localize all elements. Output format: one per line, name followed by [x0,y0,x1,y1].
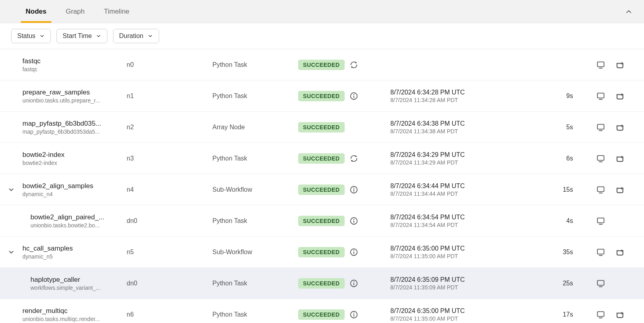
table-row[interactable]: bowtie2-indexbowtie2-indexn3Python TaskS… [0,143,644,174]
time-utc: 8/7/2024 6:34:29 PM UTC [390,151,469,158]
node-id: n4 [127,186,212,193]
rerun-button[interactable] [615,91,625,101]
monitor-icon [596,154,606,163]
status-cell: SUCCEEDED [298,153,390,164]
status-badge: SUCCEEDED [298,91,345,101]
filters-bar: StatusStart TimeDuration [0,23,644,49]
table-row[interactable]: render_multiqcunionbio.tasks.multiqc.ren… [0,299,644,323]
node-name: prepare_raw_samples [22,88,127,96]
filter-label: Start Time [63,32,92,40]
node-subname: fastqc [22,66,127,72]
expand-toggle[interactable] [6,247,16,257]
actions-cell [581,153,644,164]
table-row[interactable]: hc_call_samplesdynamic_n5n5Sub-WorkflowS… [0,237,644,268]
duration: 35s [537,249,581,256]
node-id: n6 [127,311,212,318]
table-row[interactable]: map_pyfastp_6b3bd035...map_pyfastp_6b3bd… [0,112,644,143]
collapse-panel-button[interactable] [622,4,636,19]
rerun-button[interactable] [615,60,625,70]
rerun-icon [615,248,625,257]
logs-button[interactable] [596,309,606,320]
info-icon[interactable] [349,279,358,288]
logs-button[interactable] [596,216,606,226]
monitor-icon [596,60,606,69]
filter-label: Status [17,32,35,40]
actions-cell [581,309,644,320]
tab-nodes[interactable]: Nodes [16,0,56,23]
monitor-icon [596,279,606,288]
chevron-down-icon [8,249,15,256]
status-cell: SUCCEEDED [298,216,390,226]
actions-cell [581,278,644,289]
info-icon[interactable] [349,217,358,225]
refresh-icon[interactable] [349,154,358,163]
tab-graph[interactable]: Graph [56,0,94,23]
node-id: dn0 [127,217,212,225]
header-bar: NodesGraphTimeline [0,0,644,23]
expand-toggle[interactable] [6,185,16,195]
logs-button[interactable] [596,60,606,70]
rerun-icon [615,123,625,132]
status-badge: SUCCEEDED [298,247,345,257]
table-row[interactable]: fastqcfastqcn0Python TaskSUCCEEDED [0,49,644,80]
info-icon[interactable] [349,310,358,319]
duration: 5s [537,124,581,131]
node-name: haplotype_caller [30,276,127,284]
logs-button[interactable] [596,278,606,289]
node-subname: unionbio.tasks.bowtie2.bo... [30,222,127,229]
node-type: Sub-Workflow [212,186,298,193]
status-badge: SUCCEEDED [298,153,345,164]
time-local: 8/7/2024 11:34:29 AM PDT [390,159,469,166]
node-name: fastqc [22,57,127,65]
actions-cell [581,122,644,132]
info-icon[interactable] [349,185,358,194]
filter-start-time[interactable]: Start Time [57,29,107,43]
node-type: Python Task [212,217,298,225]
logs-button[interactable] [596,185,606,195]
node-name: bowtie2_align_paired_... [30,213,127,221]
info-icon[interactable] [349,92,358,100]
node-type: Array Node [212,124,298,131]
duration: 25s [537,280,581,287]
logs-button[interactable] [596,122,606,132]
rerun-button[interactable] [615,247,625,257]
chevron-down-icon [96,33,101,39]
rerun-button[interactable] [615,185,625,195]
table-row[interactable]: bowtie2_align_paired_...unionbio.tasks.b… [0,205,644,237]
actions-cell [581,185,644,195]
name-cell: bowtie2_align_samplesdynamic_n4 [22,182,127,197]
node-type: Python Task [212,280,298,287]
tab-timeline[interactable]: Timeline [94,0,139,23]
node-id: n3 [127,155,212,162]
tabs: NodesGraphTimeline [0,0,139,23]
time-cell: 8/7/2024 6:35:00 PM UTC8/7/2024 11:35:00… [390,245,469,259]
rerun-button[interactable] [615,122,625,132]
logs-button[interactable] [596,247,606,257]
time-local: 8/7/2024 11:34:38 AM PDT [390,128,469,134]
logs-button[interactable] [596,91,606,101]
node-id: n2 [127,124,212,131]
table-row[interactable]: bowtie2_align_samplesdynamic_n4n4Sub-Wor… [0,174,644,205]
table-row[interactable]: prepare_raw_samplesunionbio.tasks.utils.… [0,80,644,112]
name-cell: bowtie2-indexbowtie2-index [22,151,127,166]
status-cell: SUCCEEDED [298,278,390,289]
table-row[interactable]: haplotype_callerworkflows.simple_variant… [0,268,644,299]
time-cell: 8/7/2024 6:34:54 PM UTC8/7/2024 11:34:54… [390,214,469,228]
status-badge: SUCCEEDED [298,278,345,289]
filter-status[interactable]: Status [11,29,51,43]
duration: 17s [537,311,581,318]
info-icon[interactable] [349,248,358,257]
logs-button[interactable] [596,153,606,164]
expand-cell [0,185,22,195]
rerun-button[interactable] [615,153,625,164]
rerun-button[interactable] [615,309,625,320]
name-cell: bowtie2_align_paired_...unionbio.tasks.b… [22,213,127,229]
refresh-icon[interactable] [349,60,358,69]
time-local: 8/7/2024 11:35:09 AM PDT [390,284,469,291]
node-type: Python Task [212,61,298,68]
monitor-icon [596,185,606,194]
status-cell: SUCCEEDED [298,60,390,70]
chevron-down-icon [39,33,45,39]
node-name: bowtie2-index [22,151,127,159]
filter-duration[interactable]: Duration [113,29,159,43]
